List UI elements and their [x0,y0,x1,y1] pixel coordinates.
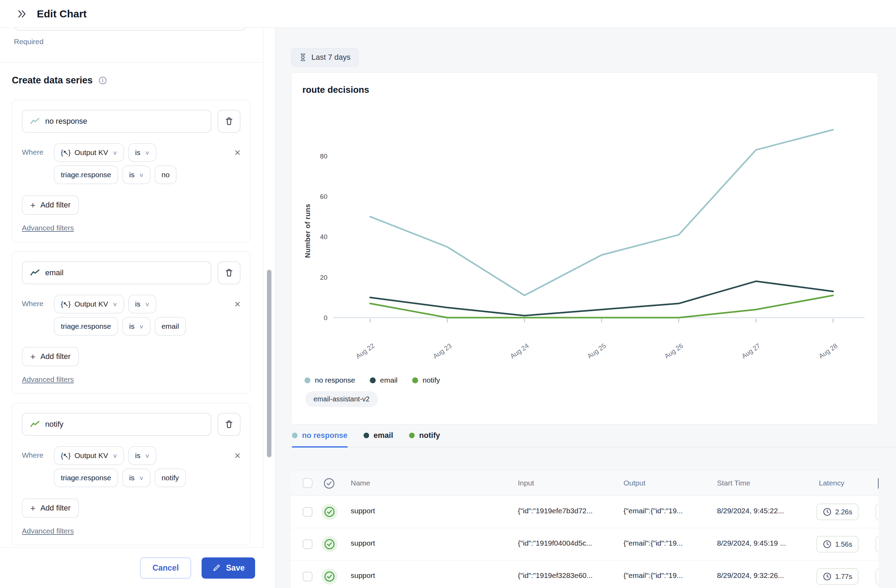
tab-email[interactable]: email [364,431,393,448]
series-tabs: no response email notify [291,431,896,447]
select-all-checkbox[interactable] [303,478,312,488]
chevron-down-icon: ∨ [145,452,150,459]
run-name: support [351,507,375,515]
filter-key-value: triage.response [61,474,111,482]
tab-no-response[interactable]: no response [292,431,347,448]
remove-filter-icon[interactable]: × [234,295,241,339]
series-name-value: notify [45,420,64,429]
chevron-down-icon: ∨ [113,452,118,459]
filter-field-value: Output KV [75,148,108,157]
add-filter-label: Add filter [40,504,70,513]
filter-key-operator-value: is [129,322,134,331]
tab-label: no response [302,431,347,440]
filter-field-dropdown[interactable]: {↖} Output KV ∨ [54,295,124,314]
svg-text:80: 80 [320,152,328,160]
save-label: Save [226,563,245,573]
latency-value: 2.26s [835,508,852,516]
chevron-down-icon: ∨ [139,172,144,178]
filter-operator-dropdown[interactable]: is ∨ [128,143,156,162]
add-filter-button[interactable]: + Add filter [22,347,79,366]
legend-dot [370,378,376,383]
remove-filter-icon[interactable]: × [234,143,241,188]
filter-key-input[interactable]: triage.response [54,468,118,487]
col-name[interactable]: Name [351,479,370,487]
legend-item-email[interactable]: email [370,376,398,384]
time-range-badge[interactable]: Last 7 days [291,48,359,67]
svg-text:40: 40 [320,233,328,241]
filter-value-input[interactable]: no [155,165,177,184]
row-checkbox[interactable] [303,572,312,581]
run-output: {"email":{"id":"19... [623,571,683,580]
row-checkbox[interactable] [303,507,312,517]
table-header: Name Input Output Start Time Latency [291,470,879,496]
svg-text:0: 0 [323,314,328,321]
filter-field-dropdown[interactable]: {↖} Output KV ∨ [54,446,124,465]
series-name-input[interactable]: email [22,261,211,284]
collapse-panel-icon[interactable] [16,8,28,20]
run-start-time: 8/29/2024, 9:45:19 ... [717,539,786,547]
series-name-input[interactable]: no response [22,110,211,133]
clock-icon [823,540,832,549]
left-panel-scrollbar[interactable] [267,270,271,457]
col-latency[interactable]: Latency [819,479,844,487]
add-filter-button[interactable]: + Add filter [22,498,79,518]
run-name: support [351,571,375,580]
advanced-filters-link[interactable]: Advanced filters [22,224,74,232]
trash-icon [224,116,234,126]
run-output: {"email":{"id":"19... [623,507,683,515]
project-tag-pill[interactable]: email-assistant-v2 [305,391,378,407]
chart-name-input-partial[interactable] [14,28,247,30]
top-header: Edit Chart [0,0,896,28]
row-checkbox[interactable] [303,539,312,549]
cancel-button[interactable]: Cancel [140,558,191,579]
col-start-time[interactable]: Start Time [717,479,750,487]
filter-operator-dropdown[interactable]: is ∨ [128,295,156,314]
filter-key-input[interactable]: triage.response [54,165,118,184]
remove-filter-icon[interactable]: × [234,446,241,491]
delete-series-button[interactable] [218,110,241,133]
filter-key-input[interactable]: triage.response [54,317,118,336]
add-filter-button[interactable]: + Add filter [22,195,79,215]
table-row[interactable]: support {"id":"1919efe7b3d72... {"email"… [291,496,879,528]
tab-notify[interactable]: notify [409,431,440,448]
delete-series-button[interactable] [218,413,241,436]
filter-value-input[interactable]: notify [155,468,186,487]
line-chart-plot: 020406080Aug 22Aug 23Aug 24Aug 25Aug 26A… [301,96,867,374]
success-status-icon [322,568,337,585]
filter-value-input[interactable]: email [155,317,186,336]
chart-preview-panel: Last 7 days route decisions 020406080Aug… [275,28,896,588]
filter-key-operator-dropdown[interactable]: is ∨ [122,165,151,184]
legend-dot [412,378,418,383]
filter-key-operator-dropdown[interactable]: is ∨ [122,317,151,336]
latency-badge: 1.77s [817,568,858,585]
series-name-input[interactable]: notify [22,413,211,436]
advanced-filters-link[interactable]: Advanced filters [22,527,74,535]
svg-text:60: 60 [320,193,328,200]
table-row[interactable]: support {"id":"1919f04004d5c... {"email"… [291,528,879,561]
legend-item-no-response[interactable]: no response [305,376,355,384]
filter-value: email [162,322,179,331]
advanced-filters-link[interactable]: Advanced filters [22,375,74,383]
col-output[interactable]: Output [623,479,645,487]
table-row[interactable]: support {"id":"1919ef3283e60... {"email"… [291,561,879,588]
filter-operator-dropdown[interactable]: is ∨ [128,446,156,465]
info-icon[interactable] [98,76,107,85]
required-hint: Required [14,38,43,46]
line-chart-icon [30,269,40,276]
chevron-down-icon: ∨ [139,475,144,481]
chart-card: route decisions 020406080Aug 22Aug 23Aug… [291,72,878,425]
filter-key-operator-dropdown[interactable]: is ∨ [122,468,151,487]
col-input[interactable]: Input [518,479,534,487]
run-name: support [351,539,375,547]
run-input: {"id":"1919f04004d5c... [518,539,592,547]
delete-series-button[interactable] [218,261,241,284]
save-button[interactable]: Save [201,558,255,579]
tab-label: email [373,431,393,440]
chart-title: route decisions [302,84,878,95]
filter-field-dropdown[interactable]: {↖} Output KV ∨ [54,143,124,162]
legend-item-notify[interactable]: notify [412,376,440,384]
filter-value: notify [162,474,179,482]
filter-operator-value: is [135,148,140,157]
tab-dot [409,433,414,438]
legend-label: email [380,376,398,384]
